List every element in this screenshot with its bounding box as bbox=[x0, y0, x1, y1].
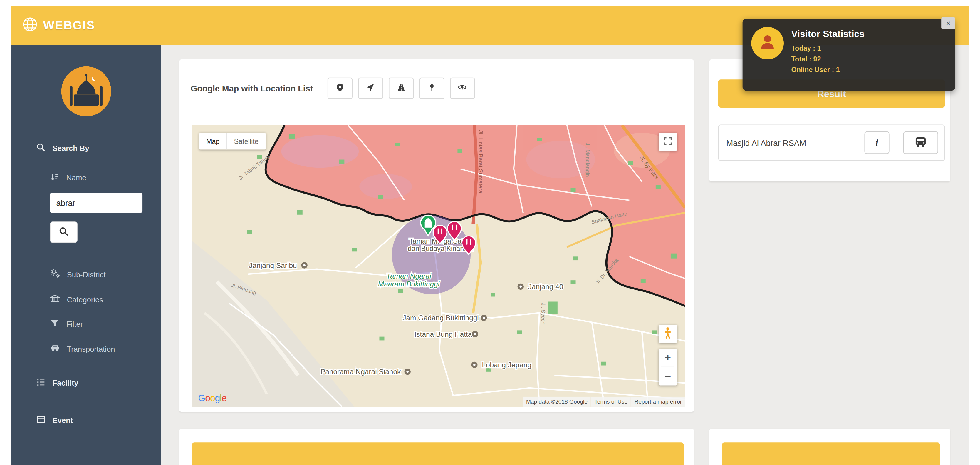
map-card: Google Map with Location List bbox=[180, 59, 694, 412]
google-map[interactable]: Taman Marga Satwa dan Budaya Kinantan Ja… bbox=[192, 125, 685, 407]
sidebar-item-search-by[interactable]: Search By bbox=[36, 143, 89, 154]
road-icon bbox=[396, 82, 406, 94]
avatar bbox=[61, 67, 111, 117]
magnifier-icon bbox=[59, 226, 69, 238]
sidebar-label: Filter bbox=[67, 320, 83, 329]
close-icon[interactable]: × bbox=[941, 17, 955, 29]
result-list-item: Masjid Al Abrar RSAM i bbox=[718, 125, 945, 161]
visitor-stats-popup: Visitor Statistics Today : 1 Total : 92 … bbox=[743, 19, 955, 91]
funnel-icon bbox=[50, 318, 59, 330]
map-type-control: Map Satellite bbox=[199, 133, 266, 149]
sidebar-item-facility[interactable]: Facility bbox=[36, 377, 78, 388]
sidebar-label: Search By bbox=[52, 144, 89, 153]
report-error-link[interactable]: Report a map error bbox=[631, 397, 685, 407]
result-name: Masjid Al Abrar RSAM bbox=[726, 138, 864, 147]
sort-alpha-icon bbox=[50, 172, 59, 183]
svg-text:Jam Gadang Bukittinggi: Jam Gadang Bukittinggi bbox=[402, 314, 479, 322]
sidebar-label: Transportation bbox=[67, 344, 115, 353]
sidebar-item-transportation[interactable]: Transportation bbox=[50, 343, 115, 355]
sidebar: Search By Name bbox=[11, 45, 161, 465]
name-search-input[interactable] bbox=[50, 193, 143, 213]
fullscreen-icon bbox=[663, 136, 673, 147]
gears-icon bbox=[50, 268, 60, 280]
svg-text:Lobang Jepang: Lobang Jepang bbox=[482, 361, 531, 369]
map-label-taman-ngarai: Taman Ngarai Maaram Bukittinggi bbox=[378, 272, 440, 288]
svg-text:Istana Bung Hatta: Istana Bung Hatta bbox=[415, 330, 472, 338]
brand: WEBGIS bbox=[21, 15, 95, 36]
visitor-stats-body: Visitor Statistics Today : 1 Total : 92 … bbox=[791, 27, 865, 82]
svg-text:Jl. Syech: Jl. Syech bbox=[540, 303, 546, 324]
sidebar-item-name[interactable]: Name bbox=[50, 172, 86, 183]
car-icon bbox=[50, 343, 60, 355]
info-icon: i bbox=[876, 137, 878, 148]
bank-icon bbox=[50, 294, 60, 305]
svg-text:Panorama Ngarai Sianok: Panorama Ngarai Sianok bbox=[320, 368, 401, 376]
marker-icon bbox=[335, 82, 345, 94]
pegman-button[interactable] bbox=[659, 325, 677, 343]
eye-tool-button[interactable] bbox=[450, 78, 475, 99]
page: WEBGIS bbox=[0, 0, 980, 465]
person-icon bbox=[758, 33, 777, 54]
svg-text:Janjang 40: Janjang 40 bbox=[528, 283, 563, 291]
bus-icon bbox=[914, 136, 928, 149]
map-canvas[interactable]: Taman Marga Satwa dan Budaya Kinantan Ja… bbox=[192, 125, 685, 407]
sidebar-item-filter[interactable]: Filter bbox=[50, 318, 83, 330]
mosque-avatar-icon bbox=[61, 67, 111, 117]
zoom-in-button[interactable]: + bbox=[659, 348, 677, 367]
eye-icon bbox=[457, 83, 468, 94]
globe-icon bbox=[21, 15, 39, 36]
list-icon bbox=[36, 377, 46, 388]
brand-title: WEBGIS bbox=[43, 19, 95, 33]
map-type-satellite-button[interactable]: Satellite bbox=[226, 133, 265, 149]
visitor-avatar bbox=[751, 27, 784, 59]
bottom-right-card bbox=[710, 428, 950, 465]
svg-text:Janjang Saribu: Janjang Saribu bbox=[249, 262, 297, 269]
pin-icon bbox=[428, 82, 436, 94]
sidebar-label: Facility bbox=[52, 379, 78, 387]
navigation-icon bbox=[366, 83, 375, 94]
pin-tool-button[interactable] bbox=[419, 78, 444, 99]
search-icon bbox=[36, 143, 46, 154]
attribution-text: Map data ©2018 Google bbox=[523, 397, 590, 407]
visitor-stats-title: Visitor Statistics bbox=[791, 28, 865, 39]
result-transport-button[interactable] bbox=[903, 131, 938, 154]
svg-text:Jl. Lintas Barat Sumatera: Jl. Lintas Barat Sumatera bbox=[478, 130, 484, 193]
map-card-title: Google Map with Location List bbox=[191, 83, 313, 93]
visitor-stat-total: Total : 92 bbox=[791, 54, 865, 64]
sidebar-item-sub-district[interactable]: Sub-District bbox=[50, 268, 105, 280]
result-info-button[interactable]: i bbox=[864, 131, 889, 154]
visitor-stat-today: Today : 1 bbox=[791, 43, 865, 54]
sidebar-label: Categories bbox=[67, 295, 103, 304]
bottom-left-card-header bbox=[192, 443, 684, 465]
svg-text:Taman Ngarai: Taman Ngarai bbox=[386, 272, 431, 280]
sidebar-label: Name bbox=[67, 173, 86, 182]
map-type-map-button[interactable]: Map bbox=[199, 133, 226, 149]
sidebar-search-button[interactable] bbox=[50, 222, 78, 243]
map-card-header: Google Map with Location List bbox=[191, 77, 681, 100]
svg-text:Maaram Bukittinggi: Maaram Bukittinggi bbox=[378, 280, 440, 288]
visitor-stat-online: Online User : 1 bbox=[791, 64, 865, 75]
svg-text:Jl. Mandiangin: Jl. Mandiangin bbox=[585, 143, 590, 177]
map-attribution: Map data ©2018 Google Terms of Use Repor… bbox=[522, 397, 685, 407]
google-logo[interactable]: Google bbox=[198, 392, 226, 403]
fullscreen-button[interactable] bbox=[659, 133, 677, 151]
navigation-tool-button[interactable] bbox=[358, 78, 383, 99]
zoom-out-button[interactable]: − bbox=[659, 368, 677, 385]
zoom-control: + − bbox=[659, 348, 677, 385]
sidebar-label: Event bbox=[52, 416, 73, 425]
terms-link[interactable]: Terms of Use bbox=[591, 397, 631, 407]
marker-tool-button[interactable] bbox=[327, 78, 352, 99]
sidebar-item-event[interactable]: Event bbox=[36, 415, 73, 426]
sidebar-label: Sub-District bbox=[67, 270, 106, 279]
table-icon bbox=[36, 415, 46, 426]
bottom-left-card bbox=[180, 428, 694, 465]
sidebar-item-categories[interactable]: Categories bbox=[50, 294, 103, 305]
bottom-right-card-header bbox=[722, 443, 940, 465]
pegman-icon bbox=[664, 326, 672, 342]
road-tool-button[interactable] bbox=[389, 78, 414, 99]
